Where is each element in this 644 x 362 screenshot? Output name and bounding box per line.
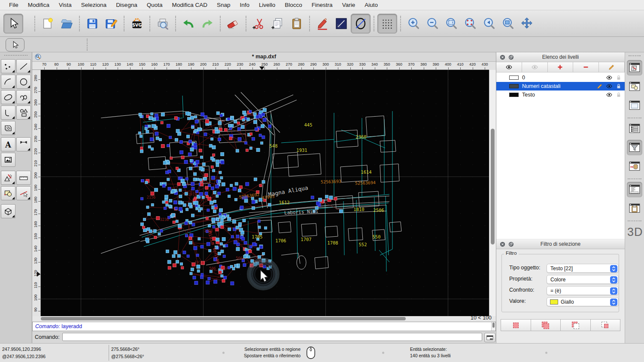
print-preview-button[interactable] [153, 14, 172, 33]
layer-edit-icon[interactable] [596, 83, 603, 90]
layer-lock-icon[interactable] [615, 74, 622, 81]
object-type-dropdown[interactable]: Testo [22] [547, 264, 619, 273]
menu-varie[interactable]: Varie [337, 0, 360, 10]
menu-seleziona[interactable]: Seleziona [76, 0, 111, 10]
panel-command-line-toggle[interactable] [627, 182, 642, 197]
new-file-button[interactable] [38, 14, 57, 33]
map-canvas[interactable]: 4452360548193116141612181025061705170617… [41, 70, 489, 316]
menu-finestra[interactable]: Finestra [307, 0, 337, 10]
menu-snap[interactable]: Snap [212, 0, 235, 10]
tool-text-button[interactable]: A [1, 137, 15, 151]
tool-spline-button[interactable] [16, 90, 31, 104]
save-button[interactable] [83, 14, 102, 33]
hide-all-layers-button[interactable] [522, 62, 548, 72]
tool-dimension-button[interactable] [16, 137, 31, 151]
copy-button[interactable] [268, 14, 287, 33]
show-all-layers-button[interactable] [496, 62, 522, 72]
menu-file[interactable]: File [4, 0, 23, 10]
value-dropdown[interactable]: Giallo [547, 297, 619, 306]
selection-tool-button[interactable] [6, 38, 24, 51]
undo-button[interactable] [179, 14, 198, 33]
open-file-button[interactable] [57, 14, 76, 33]
menu-modifica-cad[interactable]: Modifica CAD [167, 0, 212, 10]
redo-button[interactable] [198, 14, 217, 33]
ruler-tick-label: 390 [432, 62, 439, 66]
tool-hatch-button[interactable] [1, 121, 15, 135]
layer-lock-icon[interactable] [615, 91, 622, 98]
filter-select-remove-button[interactable] [560, 319, 591, 331]
tool-ellipse-button[interactable] [1, 90, 15, 104]
tool-circle-button[interactable] [16, 75, 31, 89]
panel-library-browser-toggle[interactable] [627, 98, 642, 113]
property-dropdown[interactable]: Colore [547, 275, 619, 284]
zoom-selection-button[interactable] [461, 14, 480, 33]
remove-layer-button[interactable] [573, 62, 599, 72]
tool-modify-button[interactable] [1, 171, 15, 185]
paste-button[interactable] [287, 14, 306, 33]
zoom-in-button[interactable] [404, 14, 423, 33]
menu-info[interactable]: Info [235, 0, 255, 10]
tool-3d-box-button[interactable] [1, 204, 15, 218]
cut-button[interactable] [249, 14, 268, 33]
construction-lines-toggle-button[interactable] [351, 14, 371, 33]
tool-shapes-button[interactable] [16, 106, 31, 120]
menu-blocco[interactable]: Blocco [280, 0, 307, 10]
tool-line-button[interactable] [16, 59, 31, 73]
command-input[interactable] [62, 333, 482, 341]
zoom-previous-button[interactable] [480, 14, 498, 33]
horizontal-scrollbar[interactable]: 10 < 100 [32, 316, 496, 322]
filter-select-intersect-button[interactable] [590, 319, 621, 331]
filter-select-add-button[interactable] [531, 319, 561, 331]
panel-walls-toggle[interactable] [627, 159, 642, 174]
tool-arc-button[interactable] [1, 75, 15, 89]
zoom-out-button[interactable] [423, 14, 442, 33]
layer-visible-icon[interactable] [606, 74, 613, 81]
layer-visible-icon[interactable] [606, 83, 613, 90]
filter-row-comparison: Confronto: = (è) [496, 286, 625, 295]
palette-drag-handle[interactable] [4, 55, 27, 56]
edit-layer-button[interactable] [599, 62, 625, 72]
vertical-scrollbar-thumb[interactable] [491, 129, 495, 244]
tool-trim-button[interactable] [16, 186, 31, 200]
3d-mode-button[interactable]: 3D [627, 226, 643, 239]
menu-vista[interactable]: Vista [54, 0, 76, 10]
add-layer-button[interactable] [548, 62, 574, 72]
menu-disegna[interactable]: Disegna [111, 0, 142, 10]
panel-block-list-toggle[interactable] [627, 79, 642, 94]
menu-livello[interactable]: Livello [254, 0, 280, 10]
save-as-button[interactable] [102, 14, 121, 33]
menu-aiuto[interactable]: Aiuto [360, 0, 383, 10]
grid-toggle-button[interactable] [377, 14, 397, 33]
layer-visible-icon[interactable] [606, 91, 613, 98]
layer-row-0[interactable]: 0 [496, 73, 625, 82]
layer-row-numeri-catastali[interactable]: Numeri catastali [496, 82, 625, 90]
tool-measure-button[interactable] [16, 171, 31, 185]
vertical-scrollbar[interactable] [489, 70, 496, 316]
zoom-auto-button[interactable] [442, 14, 461, 33]
export-svg-button[interactable]: SVG [128, 14, 146, 33]
zoom-window-button[interactable] [498, 14, 517, 33]
pan-button[interactable] [517, 14, 536, 33]
panel-clipboard-toggle[interactable] [627, 201, 642, 216]
tool-image-button[interactable] [1, 153, 15, 167]
draw-mode-button[interactable] [313, 14, 332, 33]
tool-polyline-button[interactable] [1, 106, 15, 120]
line-properties-button[interactable] [332, 14, 351, 33]
filter-select-replace-button[interactable] [501, 319, 531, 331]
tool-points-button[interactable] [1, 59, 15, 73]
comparison-dropdown[interactable]: = (è) [547, 286, 619, 295]
panel-layer-list-toggle[interactable] [627, 60, 642, 75]
layer-lock-icon[interactable] [615, 83, 622, 90]
select-tool-button[interactable] [3, 14, 23, 33]
delete-entities-button[interactable] [224, 14, 243, 33]
menu-quota[interactable]: Quota [142, 0, 167, 10]
layer-row-testo[interactable]: Testo [496, 90, 625, 99]
strip-drag-handle[interactable] [629, 55, 641, 56]
menu-modifica[interactable]: Modifica [23, 0, 54, 10]
panel-property-editor-toggle[interactable] [627, 121, 642, 136]
panel-selection-filter-toggle[interactable] [627, 140, 642, 155]
horizontal-scrollbar-thumb[interactable] [41, 317, 406, 320]
history-scrollbar[interactable] [491, 322, 495, 331]
tool-modify-shapes-button[interactable] [1, 186, 15, 200]
command-options-button[interactable] [484, 333, 495, 342]
